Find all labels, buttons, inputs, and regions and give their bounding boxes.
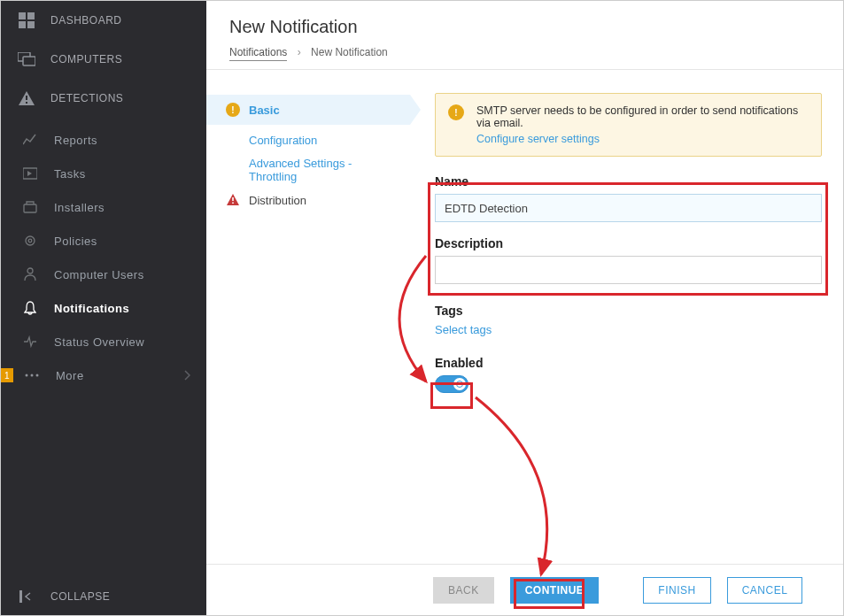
svg-rect-0 <box>19 12 26 19</box>
breadcrumb-root[interactable]: Notifications <box>229 46 287 61</box>
sidebar-label: DASHBOARD <box>50 14 122 27</box>
svg-rect-1 <box>27 12 35 19</box>
bell-icon <box>20 298 40 318</box>
main-panel: New Notification Notifications › New Not… <box>206 1 843 615</box>
sidebar-item-installers[interactable]: Installers <box>1 190 206 224</box>
breadcrumb-current: New Notification <box>311 46 388 58</box>
more-badge: 1 <box>1 368 13 382</box>
svg-point-13 <box>26 374 28 377</box>
collapse-label: COLLAPSE <box>50 590 110 603</box>
sidebar-item-dashboard[interactable]: DASHBOARD <box>1 1 206 40</box>
smtp-alert: ! SMTP server needs to be configured in … <box>435 93 822 157</box>
sidebar-label: DETECTIONS <box>50 92 123 104</box>
svg-rect-17 <box>232 197 234 201</box>
step-basic[interactable]: ! Basic <box>206 95 410 125</box>
user-icon <box>20 265 40 284</box>
finish-button[interactable]: FINISH <box>643 577 710 604</box>
warning-icon <box>17 89 36 108</box>
svg-point-11 <box>28 239 32 243</box>
svg-point-15 <box>36 374 39 377</box>
sidebar-label: Installers <box>54 201 105 214</box>
tags-label: Tags <box>435 304 822 318</box>
sidebar-label: Notifications <box>54 302 129 315</box>
form-content: ! SMTP server needs to be configured in … <box>419 70 843 564</box>
step-label: Configuration <box>249 134 317 147</box>
step-label: Distribution <box>249 194 306 207</box>
page-header: New Notification Notifications › New Not… <box>206 1 843 70</box>
error-badge-icon <box>226 193 240 207</box>
enabled-label: Enabled <box>435 356 822 370</box>
svg-point-10 <box>26 236 35 245</box>
wizard-footer: BACK CONTINUE FINISH CANCEL <box>206 564 843 615</box>
step-distribution[interactable]: Distribution <box>206 185 410 215</box>
sidebar-label: Policies <box>54 235 97 248</box>
svg-rect-5 <box>23 57 35 65</box>
svg-rect-7 <box>26 102 27 104</box>
step-label: Basic <box>249 104 280 117</box>
sidebar-item-computers[interactable]: COMPUTERS <box>1 40 206 79</box>
svg-rect-6 <box>26 96 27 100</box>
svg-rect-3 <box>27 21 35 28</box>
configure-server-link[interactable]: Configure server settings <box>476 133 600 145</box>
chevron-right-icon <box>184 370 190 381</box>
sidebar-label: Status Overview <box>54 335 144 349</box>
sidebar-label: More <box>56 369 84 382</box>
sidebar-item-status-overview[interactable]: Status Overview <box>1 325 206 358</box>
sidebar-label: COMPUTERS <box>50 53 122 65</box>
sidebar-label: Reports <box>54 134 97 147</box>
collapse-sidebar[interactable]: COLLAPSE <box>1 578 206 615</box>
description-label: Description <box>435 236 822 250</box>
cancel-button[interactable]: CANCEL <box>727 577 803 604</box>
warning-badge-icon: ! <box>226 103 240 117</box>
status-icon <box>20 332 40 351</box>
collapse-icon <box>17 587 36 606</box>
step-label: Advanced Settings - Throttling <box>249 157 398 183</box>
svg-rect-18 <box>232 203 234 204</box>
back-button[interactable]: BACK <box>433 577 494 604</box>
sidebar-item-notifications[interactable]: Notifications <box>1 291 206 325</box>
sidebar-item-more[interactable]: 1 More <box>1 358 206 392</box>
sidebar-item-policies[interactable]: Policies <box>1 224 206 258</box>
toggle-knob <box>453 378 466 390</box>
svg-point-12 <box>27 268 33 273</box>
description-input[interactable] <box>435 256 822 284</box>
chevron-right-icon: › <box>298 46 301 58</box>
sidebar-item-tasks[interactable]: Tasks <box>1 157 206 190</box>
svg-point-14 <box>31 374 34 377</box>
gear-icon <box>20 231 40 250</box>
breadcrumb: Notifications › New Notification <box>229 46 820 58</box>
sidebar: DASHBOARD COMPUTERS DETECTIONS Reports <box>1 1 206 615</box>
sidebar-item-detections[interactable]: DETECTIONS <box>1 79 206 118</box>
page-title: New Notification <box>229 17 820 37</box>
alert-text: SMTP server needs to be configured in or… <box>476 104 809 129</box>
enabled-toggle[interactable] <box>435 375 468 393</box>
name-input[interactable] <box>435 194 822 222</box>
installers-icon <box>20 197 40 217</box>
sidebar-item-computer-users[interactable]: Computer Users <box>1 258 206 291</box>
sidebar-item-reports[interactable]: Reports <box>1 123 206 157</box>
select-tags-link[interactable]: Select tags <box>435 323 822 336</box>
continue-button[interactable]: CONTINUE <box>510 577 600 604</box>
more-icon <box>22 366 42 385</box>
step-advanced[interactable]: Advanced Settings - Throttling <box>206 155 410 185</box>
sidebar-label: Tasks <box>54 167 86 181</box>
tasks-icon <box>20 164 40 183</box>
name-label: Name <box>435 174 822 189</box>
step-configuration[interactable]: Configuration <box>206 125 410 155</box>
svg-rect-2 <box>19 21 26 28</box>
reports-icon <box>20 130 40 150</box>
step-nav: ! Basic Configuration Advanced Settings … <box>206 70 419 564</box>
sidebar-label: Computer Users <box>54 268 144 281</box>
warning-badge-icon: ! <box>448 104 464 120</box>
dashboard-icon <box>17 11 36 30</box>
computers-icon <box>17 50 36 69</box>
svg-rect-16 <box>19 590 22 603</box>
svg-rect-9 <box>24 204 36 212</box>
